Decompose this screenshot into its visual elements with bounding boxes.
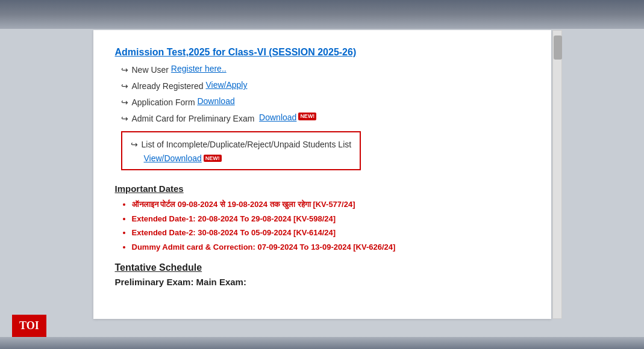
arrow-icon-4: ↪ (121, 113, 128, 125)
view-download-link[interactable]: View/Download (144, 153, 202, 163)
page-wrapper: Admission Test,2025 for Class-VI (SESSIO… (0, 0, 644, 349)
dates-list: ऑनलाइन पोर्टल 09-08-2024 से 19-08-2024 त… (115, 199, 530, 253)
dark-bottom-overlay (0, 337, 644, 349)
new-user-row: ↪ New User Register here.. (115, 64, 530, 76)
arrow-icon-2: ↪ (121, 80, 128, 93)
date-item-1: ऑनलाइन पोर्टल 09-08-2024 से 19-08-2024 त… (132, 199, 530, 211)
toi-badge: TOI (12, 315, 46, 337)
application-form-row: ↪ Application Form Download (115, 96, 530, 109)
admit-card-download-link[interactable]: Download (259, 113, 296, 122)
exam-labels: Preliminary Exam: Main Exam: (115, 277, 530, 287)
incomplete-list-row: ↪ List of Incomplete/Duplicate/Reject/Un… (131, 138, 352, 151)
dark-top-overlay (0, 0, 644, 29)
register-link[interactable]: Register here.. (171, 64, 227, 73)
view-download-new-badge: NEW! (204, 155, 222, 162)
admit-card-new-badge: NEW! (298, 113, 316, 120)
date-item-3: Extended Date-2: 30-08-2024 To 05-09-202… (132, 227, 530, 239)
highlighted-entry-box: ↪ List of Incomplete/Duplicate/Reject/Un… (121, 131, 361, 170)
tentative-schedule-title: Tentative Schedule (115, 262, 530, 273)
view-apply-link[interactable]: View/Apply (205, 80, 247, 90)
admit-card-row: ↪ Admit Card for Preliminary Exam Downlo… (115, 113, 530, 125)
incomplete-list-label: List of Incomplete/Duplicate/Reject/Unpa… (142, 138, 352, 151)
application-download-link[interactable]: Download (197, 96, 234, 106)
date-item-2: Extended Date-1: 20-08-2024 To 29-08-202… (132, 213, 530, 225)
new-user-label: New User (132, 64, 171, 76)
admission-title-link[interactable]: Admission Test,2025 for Class-VI (SESSIO… (115, 47, 530, 58)
already-registered-label: Already Registered (132, 80, 206, 93)
arrow-icon-5: ↪ (131, 138, 138, 151)
admit-card-label: Admit Card for Preliminary Exam (132, 113, 260, 125)
scrollbar-thumb[interactable] (554, 36, 562, 60)
important-dates-header: Important Dates (115, 184, 530, 194)
arrow-icon-1: ↪ (121, 64, 128, 76)
arrow-icon-3: ↪ (121, 96, 128, 109)
main-card: Admission Test,2025 for Class-VI (SESSIO… (93, 30, 551, 319)
scrollbar[interactable] (552, 30, 562, 319)
application-form-label: Application Form (132, 96, 198, 109)
already-registered-row: ↪ Already Registered View/Apply (115, 80, 530, 93)
date-item-4: Dummy Admit card & Correction: 07-09-202… (132, 241, 530, 253)
